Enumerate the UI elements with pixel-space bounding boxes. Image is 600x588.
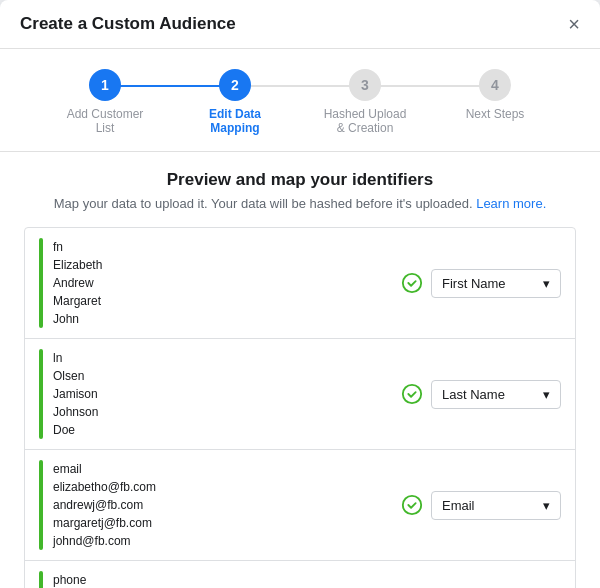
data-preview-ln: ln Olsen Jamison Johnson Doe (53, 349, 401, 439)
row-2-actions: Last Name ▾ (401, 380, 561, 409)
chevron-down-icon: ▾ (543, 498, 550, 513)
step-1: 1 Add Customer List (40, 69, 170, 135)
section-title: Preview and map your identifiers (24, 170, 576, 190)
step-3-circle: 3 (349, 69, 381, 101)
row-2-dropdown-label: Last Name (442, 387, 505, 402)
modal-container: Create a Custom Audience × 1 Add Custome… (0, 0, 600, 588)
step-2-circle: 2 (219, 69, 251, 101)
step-4-circle: 4 (479, 69, 511, 101)
learn-more-link[interactable]: Learn more. (476, 196, 546, 211)
table-row: ln Olsen Jamison Johnson Doe Last Name ▾ (25, 339, 575, 450)
check-icon (401, 383, 423, 405)
green-bar (39, 571, 43, 588)
row-3-actions: Email ▾ (401, 491, 561, 520)
data-table: fn Elizabeth Andrew Margaret John First … (24, 227, 576, 588)
data-preview-fn: fn Elizabeth Andrew Margaret John (53, 238, 401, 328)
step-1-circle: 1 (89, 69, 121, 101)
row-3-dropdown[interactable]: Email ▾ (431, 491, 561, 520)
green-bar (39, 349, 43, 439)
step-4: 4 Next Steps (430, 69, 560, 121)
chevron-down-icon: ▾ (543, 387, 550, 402)
stepper: 1 Add Customer List 2 Edit Data Mapping … (0, 49, 600, 152)
check-icon (401, 272, 423, 294)
green-bar (39, 460, 43, 550)
step-1-label: Add Customer List (60, 107, 150, 135)
step-3-label: Hashed Upload & Creation (320, 107, 410, 135)
svg-point-0 (403, 274, 421, 292)
modal-body: Preview and map your identifiers Map you… (0, 152, 600, 588)
step-3: 3 Hashed Upload & Creation (300, 69, 430, 135)
chevron-down-icon: ▾ (543, 276, 550, 291)
svg-point-1 (403, 385, 421, 403)
modal-header: Create a Custom Audience × (0, 0, 600, 49)
svg-point-2 (403, 496, 421, 514)
check-icon (401, 494, 423, 516)
table-row: fn Elizabeth Andrew Margaret John First … (25, 228, 575, 339)
row-2-dropdown[interactable]: Last Name ▾ (431, 380, 561, 409)
row-1-dropdown[interactable]: First Name ▾ (431, 269, 561, 298)
row-1-actions: First Name ▾ (401, 269, 561, 298)
step-2-label: Edit Data Mapping (190, 107, 280, 135)
table-row: phone 1-(650)-561-5622 1-(212) 736-3100 … (25, 561, 575, 588)
step-4-label: Next Steps (466, 107, 525, 121)
data-preview-phone: phone 1-(650)-561-5622 1-(212) 736-3100 … (53, 571, 401, 588)
data-preview-email: email elizabetho@fb.com andrewj@fb.com m… (53, 460, 401, 550)
step-2: 2 Edit Data Mapping (170, 69, 300, 135)
section-subtitle: Map your data to upload it. Your data wi… (24, 196, 576, 211)
modal-title: Create a Custom Audience (20, 14, 236, 34)
table-row: email elizabetho@fb.com andrewj@fb.com m… (25, 450, 575, 561)
row-3-dropdown-label: Email (442, 498, 475, 513)
row-1-dropdown-label: First Name (442, 276, 506, 291)
green-bar (39, 238, 43, 328)
close-button[interactable]: × (568, 14, 580, 34)
